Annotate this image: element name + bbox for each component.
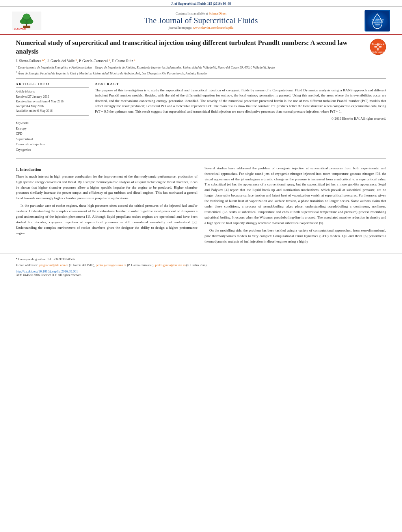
journal-right-logo: The Journal of Supercritical Fluids	[359, 10, 390, 32]
journal-header: ELSEVIER Contents lists available at Sci…	[0, 7, 402, 35]
affiliation-a: a Departamento de Ingeniería Energética …	[16, 65, 386, 69]
elsevier-logo: ELSEVIER	[12, 11, 43, 30]
heat-word: heat	[226, 221, 232, 225]
page: J. of Supercritical Fluids 115 (2016) 86…	[0, 0, 402, 532]
revised-date: Received in revised form 4 May 2016	[16, 99, 89, 104]
keyword-entropy: Entropy	[16, 126, 89, 132]
supercritical-fluids-logo: The Journal of Supercritical Fluids	[365, 10, 390, 32]
available-date: Available online 6 May 2016	[16, 109, 89, 113]
article-info-box: Article history: Received 27 January 201…	[16, 87, 89, 116]
svg-text:ELSEVIER: ELSEVIER	[14, 27, 26, 30]
issn-line: 0896-8446/© 2016 Elsevier B.V. All right…	[16, 273, 386, 277]
intro-para-r1: Several studies have addressed the probl…	[205, 166, 386, 226]
main-col-left: 1. Introduction There is much interest i…	[16, 166, 197, 247]
svg-text:Supercritical: Supercritical	[372, 21, 383, 23]
intro-para-2: In the particular case of rocket engines…	[16, 203, 197, 236]
article-title: Numerical study of supercritical and tra…	[16, 39, 364, 56]
svg-text:click for updates: click for updates	[371, 51, 385, 53]
keyword-cfd: CFD	[16, 131, 89, 137]
abstract-label: ABSTRACT	[95, 82, 386, 86]
article-section: Numerical study of supercritical and tra…	[0, 35, 402, 155]
footer: * Corresponding author. Tel.: +34 983184…	[0, 254, 402, 279]
keywords-label: Keywords:	[16, 121, 89, 125]
intro-title: 1. Introduction	[16, 167, 197, 172]
intro-text-left: There is much interest in high pressure …	[16, 174, 197, 236]
intro-para-r2: On the modelling side, the problem has b…	[205, 228, 386, 245]
intro-text-right: Several studies have addressed the probl…	[205, 166, 386, 245]
authors-line: J. Sierra-Pallares a,*, J. García del Va…	[16, 58, 386, 63]
main-content: 1. Introduction There is much interest i…	[0, 162, 402, 250]
main-columns: 1. Introduction There is much interest i…	[16, 166, 386, 247]
svg-point-4	[20, 19, 26, 24]
email1-link[interactable]: jav.garciad@uta.edu.ec	[39, 263, 69, 267]
email3-link[interactable]: pedro.garcia@eii.uva.es	[155, 263, 186, 267]
abstract-text: The purpose of this investigation is to …	[95, 88, 386, 115]
keyword-supercritical: Supercritical	[16, 137, 89, 142]
history-label: Article history:	[16, 90, 89, 93]
svg-point-16	[377, 46, 379, 48]
journal-header-center: Contents lists available at ScienceDirec…	[43, 12, 359, 30]
sciencedirect-link[interactable]: ScienceDirect	[209, 12, 227, 15]
keywords-box: Keywords: Entropy CFD Supercritical Tran…	[16, 119, 89, 155]
keyword-transcritical: Transcritical injection	[16, 142, 89, 147]
journal-homepage: journal homepage: www.elsevier.com/locat…	[43, 26, 359, 30]
citation-text: J. of Supercritical Fluids 115 (2016) 86…	[171, 2, 231, 6]
abstract-column: ABSTRACT The purpose of this investigati…	[95, 82, 386, 155]
article-title-row: Numerical study of supercritical and tra…	[16, 39, 386, 56]
footnote-star: * Corresponding author. Tel.: +34 983184…	[16, 257, 386, 262]
top-citation: J. of Supercritical Fluids 115 (2016) 86…	[0, 0, 402, 7]
received-date: Received 27 January 2016	[16, 95, 89, 99]
copyright-line: © 2016 Elsevier B.V. All rights reserved…	[95, 117, 386, 120]
email2-link[interactable]: pedro.garcia@eii.uva.es	[96, 263, 126, 267]
doi-link[interactable]: http://dx.doi.org/10.1016/j.supflu.2016.…	[16, 269, 386, 273]
elsevier-logo-svg: ELSEVIER	[12, 11, 41, 30]
section-divider	[16, 158, 386, 159]
divider	[16, 78, 386, 79]
keyword-cryogenics: Cryogenics	[16, 147, 89, 153]
article-info-column: Article Info Article history: Received 2…	[16, 82, 89, 155]
homepage-link[interactable]: www.elsevier.com/locate/supflu	[193, 26, 234, 30]
svg-point-5	[27, 19, 33, 24]
email-addresses: E-mail addresses: jav.garciad@uta.edu.ec…	[16, 263, 386, 268]
contents-available: Contents lists available at ScienceDirec…	[43, 12, 359, 15]
affiliation-b: b Área de Energía, Facultad de Ingenierí…	[16, 70, 386, 75]
crossmark-logo: CrossMark click for updates	[370, 39, 386, 56]
svg-text:The Journal of: The Journal of	[371, 19, 384, 21]
intro-para-1: There is much interest in high pressure …	[16, 174, 197, 202]
article-info-abstract-row: Article Info Article history: Received 2…	[16, 82, 386, 155]
svg-point-6	[23, 13, 30, 19]
journal-title: The Journal of Supercritical Fluids	[43, 16, 359, 25]
article-info-section-label: Article Info	[16, 82, 89, 86]
accepted-date: Accepted 4 May 2016	[16, 104, 89, 109]
main-col-right: Several studies have addressed the probl…	[205, 166, 386, 247]
svg-text:Fluids: Fluids	[375, 23, 380, 25]
